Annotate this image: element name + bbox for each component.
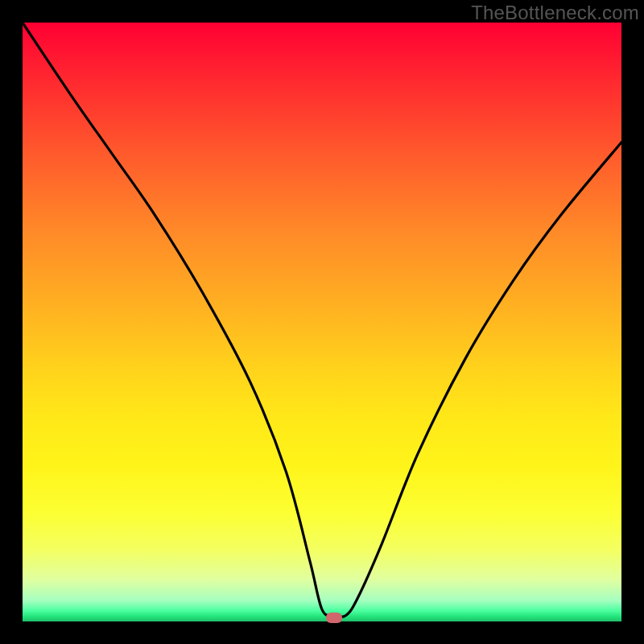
bottleneck-curve [23, 23, 621, 621]
attribution-label: TheBottleneck.com [471, 2, 639, 24]
optimum-marker [326, 613, 342, 623]
chart-frame: TheBottleneck.com [0, 0, 644, 644]
plot-area [23, 23, 621, 621]
